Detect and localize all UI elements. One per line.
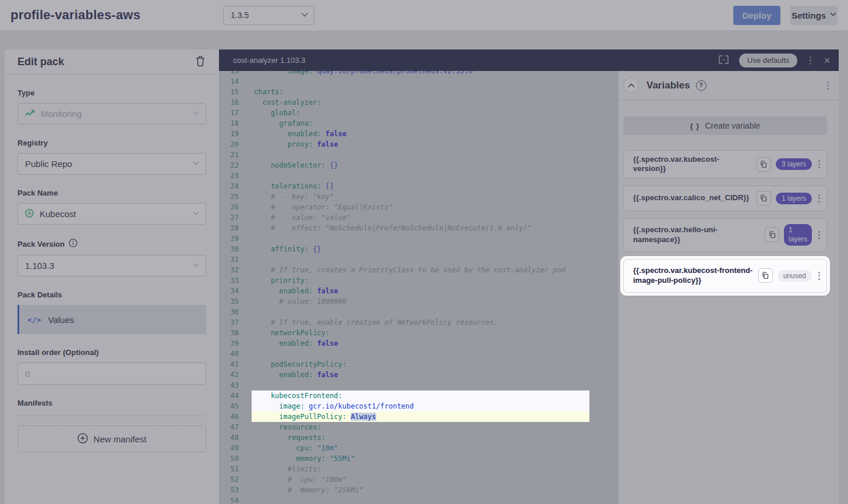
line-content: charts: xyxy=(239,87,619,97)
deploy-button[interactable]: Deploy xyxy=(733,6,780,25)
registry-select[interactable]: Public Repo xyxy=(17,153,206,175)
line-number: 35 xyxy=(219,296,239,307)
code-line[interactable]: 31 xyxy=(219,254,619,265)
code-line[interactable]: 53 # memory: "256Mi" xyxy=(219,485,619,495)
close-icon[interactable]: ✕ xyxy=(824,56,831,65)
code-line[interactable]: 18 grafana: xyxy=(219,118,619,129)
compare-changes-button[interactable] xyxy=(719,55,729,66)
variables-menu-button[interactable] xyxy=(825,80,831,91)
code-line[interactable]: 22 nodeSelector: {} xyxy=(219,160,619,171)
copy-variable-button[interactable] xyxy=(765,228,779,242)
editor-menu-button[interactable] xyxy=(808,55,813,66)
code-line[interactable]: 46 imagePullPolicy: Always xyxy=(219,411,619,422)
line-content: proxy: false xyxy=(239,139,619,150)
line-content xyxy=(239,495,619,504)
line-number: 17 xyxy=(219,108,239,118)
line-number: 22 xyxy=(219,160,239,171)
code-line[interactable]: 42 enabled: false xyxy=(219,370,619,380)
variable-name: {{.spectro.var.hello-uni-namespace}} xyxy=(633,225,760,244)
copy-variable-button[interactable] xyxy=(757,157,771,172)
copy-variable-button[interactable] xyxy=(757,191,771,205)
line-number: 25 xyxy=(219,191,239,202)
new-manifest-button[interactable]: New manifest xyxy=(17,425,206,452)
code-line[interactable]: 47 resources: xyxy=(219,422,619,432)
variable-menu-button[interactable] xyxy=(817,270,822,282)
code-line[interactable]: 16 cost-analyzer: xyxy=(219,97,619,108)
line-number: 52 xyxy=(219,474,239,485)
line-number: 27 xyxy=(219,212,239,223)
create-variable-label: Create variable xyxy=(705,121,760,130)
code-line[interactable]: 54 xyxy=(219,495,619,504)
code-line[interactable]: 14 xyxy=(219,76,619,87)
create-variable-button[interactable]: { } Create variable xyxy=(623,116,827,135)
code-line[interactable]: 52 # cpu: "100m" xyxy=(219,474,619,485)
help-icon[interactable]: ? xyxy=(696,80,706,91)
profile-version-select[interactable]: 1.3.5 xyxy=(223,6,315,25)
code-line[interactable]: 19 enabled: false xyxy=(219,129,619,139)
code-line[interactable]: 41 podSecurityPolicy: xyxy=(219,359,619,370)
pack-details-values-tab[interactable]: </> Values xyxy=(17,305,206,334)
code-line[interactable]: 33 priority: xyxy=(219,275,619,286)
settings-button[interactable]: Settings xyxy=(790,6,838,25)
line-content: image: gcr.io/kubecost1/frontend xyxy=(239,401,619,411)
code-line[interactable]: 25 # - key: "key" xyxy=(219,191,619,202)
code-line[interactable]: 17 global: xyxy=(219,108,619,118)
variable-menu-button[interactable] xyxy=(817,229,822,241)
line-content xyxy=(239,150,619,160)
line-content xyxy=(239,307,619,317)
code-line[interactable]: 26 # operator: "Equal|Exists" xyxy=(219,202,619,212)
line-content xyxy=(239,349,619,359)
line-number: 47 xyxy=(219,422,239,432)
delete-pack-button[interactable] xyxy=(195,55,206,69)
code-line[interactable]: 50 memory: "55Mi" xyxy=(219,453,619,464)
code-line[interactable]: 34 enabled: false xyxy=(219,286,619,296)
line-content: priority: xyxy=(239,275,619,286)
variable-menu-button[interactable] xyxy=(817,158,822,170)
pack-name-select[interactable]: Kubecost xyxy=(17,203,206,225)
code-line[interactable]: 15charts: xyxy=(219,87,619,97)
variable-card: {{.spectro.var.kubecost-frontend-image-p… xyxy=(623,259,827,293)
values-code-editor[interactable]: 13 image: quay.io/prometheus/prometheus:… xyxy=(219,71,619,504)
collapse-variables-button[interactable] xyxy=(623,77,639,93)
code-line[interactable]: 39 enabled: false xyxy=(219,338,619,349)
code-line[interactable]: 51 #limits: xyxy=(219,464,619,474)
trash-icon xyxy=(196,59,205,68)
code-line[interactable]: 24 tolerations: [] xyxy=(219,181,619,191)
line-number: 48 xyxy=(219,432,239,443)
code-line[interactable]: 21 xyxy=(219,150,619,160)
code-line[interactable]: 48 requests: xyxy=(219,432,619,443)
variable-card: {{.spectro.var.kubecost-version}}3 layer… xyxy=(623,150,827,179)
code-line[interactable]: 29 xyxy=(219,233,619,244)
code-line[interactable]: 28 # effect: "NoSchedule|PreferNoSchedul… xyxy=(219,223,619,233)
code-line[interactable]: 30 affinity: {} xyxy=(219,244,619,254)
code-line[interactable]: 23 xyxy=(219,171,619,181)
pack-name-value: Kubecost xyxy=(40,209,76,219)
variables-title: Variables xyxy=(646,80,690,91)
code-line[interactable]: 13 image: quay.io/prometheus/prometheus:… xyxy=(219,71,619,76)
code-line[interactable]: 27 # value: "value" xyxy=(219,212,619,223)
code-line[interactable]: 44 kubecostFrontend: xyxy=(219,391,619,401)
type-select[interactable]: Monitoring xyxy=(17,103,206,125)
code-line[interactable]: 37 # If true, enable creation of Network… xyxy=(219,317,619,328)
line-number: 39 xyxy=(219,338,239,349)
install-order-input[interactable] xyxy=(17,363,206,385)
line-number: 51 xyxy=(219,464,239,474)
code-line[interactable]: 45 image: gcr.io/kubecost1/frontend xyxy=(219,401,619,411)
code-line[interactable]: 40 xyxy=(219,349,619,359)
code-line[interactable]: 49 cpu: "10m" xyxy=(219,443,619,453)
code-line[interactable]: 36 xyxy=(219,307,619,317)
line-number: 30 xyxy=(219,244,239,254)
pack-version-select[interactable]: 1.103.3 xyxy=(17,255,206,276)
use-defaults-button[interactable]: Use defaults xyxy=(739,54,797,68)
code-line[interactable]: 38 networkPolicy: xyxy=(219,328,619,338)
edit-pack-sidebar: Edit pack Type Monitoring Registry xyxy=(5,49,219,504)
code-line[interactable]: 20 proxy: false xyxy=(219,139,619,150)
code-line[interactable]: 35 # value: 1000000 xyxy=(219,296,619,307)
settings-label: Settings xyxy=(792,10,826,20)
variable-menu-button[interactable] xyxy=(817,193,822,204)
copy-variable-button[interactable] xyxy=(758,268,773,283)
line-number: 20 xyxy=(219,139,239,150)
code-line[interactable]: 32 # If true, creates a PriorityClass to… xyxy=(219,265,619,275)
values-tab-label: Values xyxy=(48,315,74,325)
code-line[interactable]: 43 xyxy=(219,380,619,391)
